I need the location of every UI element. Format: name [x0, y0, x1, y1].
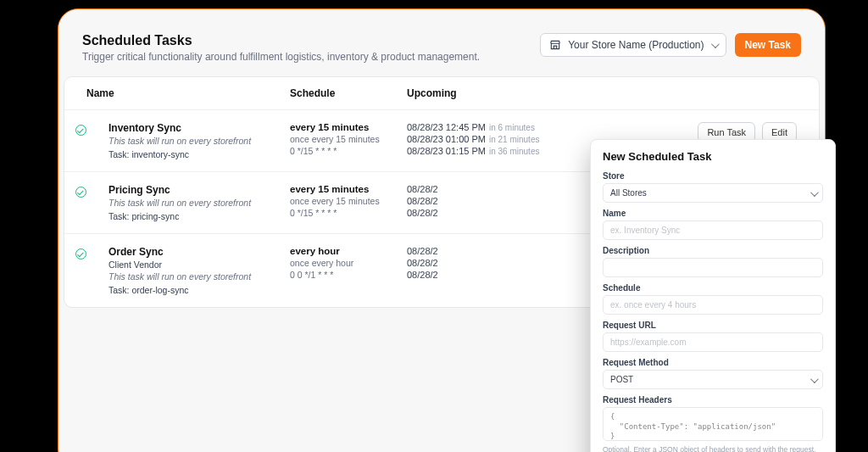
schedule-readable: once every hour	[290, 258, 407, 268]
status-success-icon	[75, 248, 86, 259]
status-success-icon	[75, 187, 86, 198]
description-input[interactable]	[603, 258, 823, 277]
col-name: Name	[86, 87, 290, 99]
schedule-readable: once every 15 minutes	[290, 134, 407, 144]
task-desc: This task will run on every storefront	[108, 136, 290, 146]
task-name: Order Sync	[108, 246, 290, 258]
table-header: Name Schedule Upcoming	[64, 77, 819, 110]
schedule-input[interactable]	[603, 295, 823, 315]
task-vendor: Client Vendor	[108, 259, 290, 270]
schedule-cron: 0 */15 * * * *	[290, 208, 407, 218]
new-task-modal: New Scheduled Task Store Name Descriptio…	[590, 139, 836, 452]
headers-help: Optional. Enter a JSON object of headers…	[603, 445, 823, 452]
task-name: Inventory Sync	[108, 122, 290, 134]
schedule-cron: 0 */15 * * * *	[290, 146, 407, 156]
task-name: Pricing Sync	[108, 184, 290, 196]
url-input[interactable]	[603, 332, 823, 352]
col-upcoming: Upcoming	[407, 87, 797, 99]
page-subtitle: Trigger critical functionality around fu…	[82, 51, 480, 63]
store-icon	[549, 39, 561, 51]
task-desc: This task will run on every storefront	[108, 198, 290, 208]
url-label: Request URL	[603, 321, 823, 330]
page-header: Scheduled Tasks Trigger critical functio…	[58, 33, 825, 76]
task-slug: Task: order-log-sync	[108, 285, 290, 295]
method-select[interactable]	[603, 370, 823, 389]
schedule-readable: once every 15 minutes	[290, 196, 407, 206]
store-picker-label: Your Store Name (Production)	[568, 39, 704, 51]
task-slug: Task: inventory-sync	[108, 149, 290, 159]
col-schedule: Schedule	[290, 87, 407, 99]
store-select[interactable]	[603, 183, 823, 203]
description-label: Description	[603, 246, 823, 255]
chevron-down-icon	[710, 40, 719, 48]
method-label: Request Method	[603, 358, 823, 367]
modal-title: New Scheduled Task	[603, 150, 823, 163]
schedule-main: every 15 minutes	[290, 184, 407, 194]
page-title: Scheduled Tasks	[82, 33, 480, 48]
name-input[interactable]	[603, 220, 823, 240]
store-label: Store	[603, 171, 823, 181]
store-picker[interactable]: Your Store Name (Production)	[540, 33, 726, 57]
headers-input[interactable]: { "Content-Type": "application/json" }	[603, 407, 823, 441]
schedule-main: every hour	[290, 246, 407, 256]
schedule-label: Schedule	[603, 283, 823, 293]
name-label: Name	[603, 209, 823, 218]
schedule-cron: 0 0 */1 * * *	[290, 270, 407, 280]
task-slug: Task: pricing-sync	[108, 211, 290, 221]
task-desc: This task will run on every storefront	[108, 271, 290, 282]
upcoming-time: 08/28/23 12:45 PMin 6 minutes	[407, 122, 698, 132]
schedule-main: every 15 minutes	[290, 122, 407, 132]
status-success-icon	[75, 125, 86, 136]
headers-label: Request Headers	[603, 395, 823, 405]
new-task-button[interactable]: New Task	[735, 33, 801, 57]
